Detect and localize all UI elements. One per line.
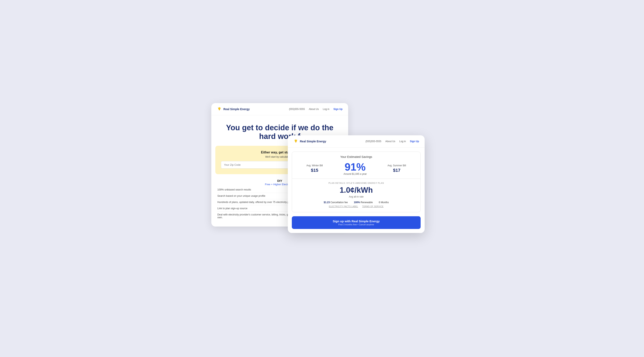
plan-links: ELECTRICITY FACTS LABEL TERMS OF SERVICE — [296, 205, 416, 208]
front-login-link[interactable]: Log in — [399, 140, 406, 143]
front-nav: Real Simple Energy (555)555-5555 About U… — [288, 135, 425, 148]
months-info: 6 Months — [379, 201, 388, 204]
front-about-link[interactable]: About Us — [386, 140, 395, 143]
front-phone: (555)555-5555 — [366, 140, 381, 143]
svg-rect-8 — [296, 142, 296, 143]
renewable-info: 100% Renewable — [354, 201, 373, 204]
back-about-link[interactable]: About Us — [309, 108, 319, 111]
back-nav: Real Simple Energy (555)555-5555 About U… — [211, 103, 348, 115]
winter-label: Avg. Winter Bill — [306, 164, 323, 167]
back-logo: Real Simple Energy — [217, 107, 289, 112]
savings-percent-sub: Around $1,045 a year — [344, 173, 367, 175]
back-phone: (555)555-5555 — [289, 108, 305, 111]
savings-row: Avg. Winter Bill $15 91% Around $1,045 a… — [292, 162, 420, 179]
back-logo-text: Real Simple Energy — [224, 108, 250, 111]
summer-label: Avg. Summer Bill — [388, 164, 406, 167]
winter-value: $15 — [306, 168, 323, 173]
front-logo-text: Real Simple Energy — [300, 140, 326, 143]
front-card: Real Simple Energy (555)555-5555 About U… — [288, 135, 425, 233]
savings-title: Your Estimated Savings — [296, 155, 416, 158]
back-login-link[interactable]: Log in — [323, 108, 330, 111]
svg-line-5 — [220, 108, 221, 108]
svg-rect-2 — [219, 110, 220, 110]
summer-stat: Avg. Summer Bill $17 — [388, 164, 406, 173]
svg-rect-1 — [219, 110, 220, 110]
savings-percent-num: 91% — [344, 162, 367, 172]
winter-stat: Avg. Winter Bill $15 — [306, 164, 323, 173]
plan-meta: $1.23 Cancellation fee 100% Renewable 6 … — [296, 201, 416, 204]
cta-button[interactable]: Sign up with Real Simple Energy First 3 … — [292, 216, 420, 229]
back-nav-links: (555)555-5555 About Us Log in Sign Up — [289, 108, 342, 111]
plan-rate-num: 1.0¢/kWh — [340, 186, 373, 194]
plan-section: PLAN DETAILS: KYLE'S AWESOME ENERGY PLAN… — [292, 179, 420, 212]
svg-line-10 — [295, 140, 295, 140]
plan-label: PLAN DETAILS: KYLE'S AWESOME ENERGY PLAN — [296, 182, 416, 184]
savings-header: Your Estimated Savings — [292, 152, 420, 158]
svg-rect-7 — [296, 142, 296, 142]
scene: Real Simple Energy (555)555-5555 About U… — [211, 103, 433, 254]
cta-title: Sign up with Real Simple Energy — [296, 219, 416, 223]
tos-link[interactable]: TERMS OF SERVICE — [362, 205, 384, 208]
front-nav-links: (555)555-5555 About Us Log in Sign Up — [366, 140, 419, 143]
svg-line-4 — [218, 108, 218, 108]
svg-line-11 — [297, 140, 297, 140]
svg-point-0 — [218, 108, 220, 110]
back-signup-link[interactable]: Sign Up — [334, 108, 342, 111]
savings-percent: 91% Around $1,045 a year — [344, 162, 367, 175]
cta-subtitle: First 3 months free • Cancel anytime — [296, 223, 416, 226]
cancellation-fee: $1.23 Cancellation fee — [324, 201, 348, 204]
plan-rate: 1.0¢/kWh — [296, 186, 416, 194]
plan-rate-sub: Avg all-in rate — [296, 195, 416, 198]
svg-point-6 — [295, 140, 297, 142]
lightbulb-icon — [217, 107, 222, 112]
front-logo: Real Simple Energy — [294, 139, 366, 144]
cta-section: Sign up with Real Simple Energy First 3 … — [288, 216, 425, 233]
front-lightbulb-icon — [294, 139, 298, 144]
summer-value: $17 — [388, 168, 406, 173]
efl-link[interactable]: ELECTRICITY FACTS LABEL — [329, 205, 358, 208]
front-signup-link[interactable]: Sign Up — [410, 140, 419, 143]
savings-card: Your Estimated Savings Avg. Winter Bill … — [292, 152, 420, 212]
